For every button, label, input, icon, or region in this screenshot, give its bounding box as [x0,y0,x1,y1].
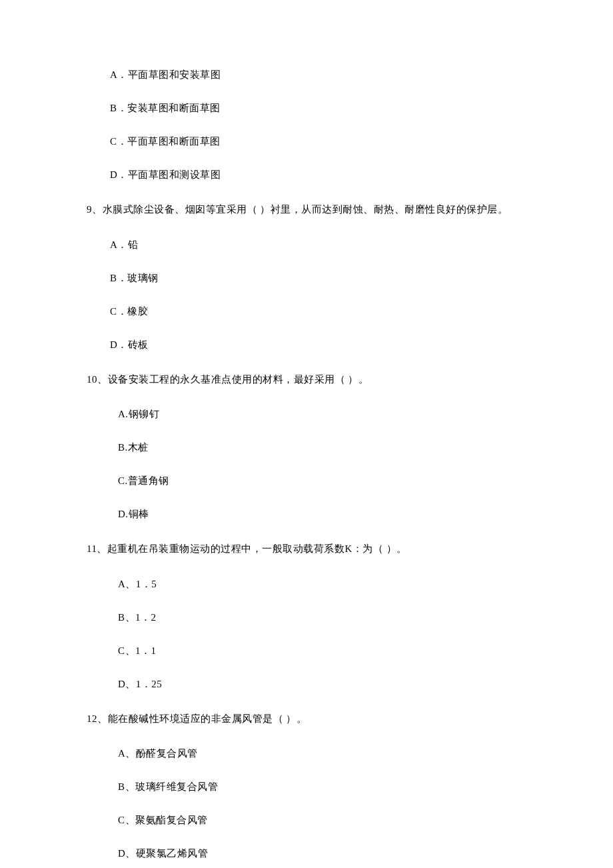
question-11-text: 11、起重机在吊装重物运动的过程中，一般取动载荷系数K：为（ ）。 [87,539,526,559]
option-12-b: B、玻璃纤维复合风管 [118,779,526,795]
question-10-text: 10、设备安装工程的永久基准点使用的材料，最好采用（ ）。 [87,370,526,389]
option-8-c: C．平面草图和断面草图 [110,133,526,149]
option-9-c: C．橡胶 [110,303,526,319]
option-9-b: B．玻璃钢 [110,270,526,286]
option-10-c: C.普通角钢 [118,473,526,489]
option-8-a: A．平面草图和安装草图 [110,67,526,83]
question-11: 11、起重机在吊装重物运动的过程中，一般取动载荷系数K：为（ ）。 A、1．5 … [87,539,526,692]
question-9: 9、水膜式除尘设备、烟囱等宜采用（ ）衬里，从而达到耐蚀、耐热、耐磨性良好的保护… [87,200,526,353]
option-10-d: D.铜棒 [118,506,526,522]
option-12-d: D、硬聚氯乙烯风管 [118,845,526,861]
option-10-b: B.木桩 [118,439,526,455]
option-11-d: D、1．25 [118,676,526,692]
option-8-b: B．安装草图和断面草图 [110,100,526,116]
question-10: 10、设备安装工程的永久基准点使用的材料，最好采用（ ）。 A.钢铆钉 B.木桩… [87,370,526,523]
option-12-c: C、聚氨酯复合风管 [118,812,526,828]
question-8-options: A．平面草图和安装草图 B．安装草图和断面草图 C．平面草图和断面草图 D．平面… [87,67,526,183]
option-9-a: A．铅 [110,237,526,253]
option-12-a: A、酚醛复合风管 [118,745,526,761]
page-content: A．平面草图和安装草图 B．安装草图和断面草图 C．平面草图和断面草图 D．平面… [0,0,613,868]
option-10-a: A.钢铆钉 [118,406,526,422]
option-11-a: A、1．5 [118,576,526,592]
option-11-c: C、1．1 [118,643,526,659]
option-9-d: D．砖板 [110,337,526,353]
question-9-text: 9、水膜式除尘设备、烟囱等宜采用（ ）衬里，从而达到耐蚀、耐热、耐磨性良好的保护… [87,200,526,219]
question-12: 12、能在酸碱性环境适应的非金属风管是（ ）。 A、酚醛复合风管 B、玻璃纤维复… [87,709,526,862]
option-8-d: D．平面草图和测设草图 [110,167,526,183]
question-12-text: 12、能在酸碱性环境适应的非金属风管是（ ）。 [87,709,526,729]
option-11-b: B、1．2 [118,609,526,625]
